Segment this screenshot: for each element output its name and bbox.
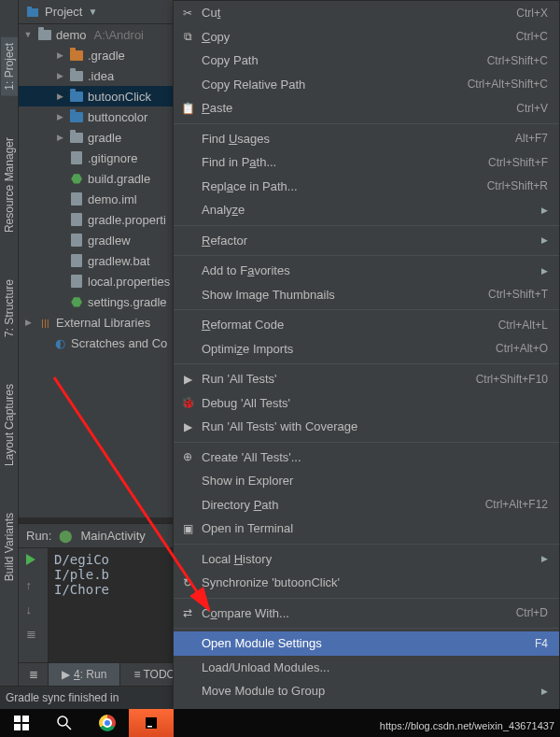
- menu-item[interactable]: Show in Explorer: [174, 469, 559, 493]
- menu-item[interactable]: Load/Unload Modules...: [174, 656, 559, 680]
- menu-item-label: Paste: [202, 101, 516, 115]
- menu-item[interactable]: ▣Open in Terminal: [174, 517, 559, 541]
- tree-item-label: .gradle: [88, 49, 125, 63]
- tree-scratches[interactable]: ◐ Scratches and Co: [19, 333, 173, 353]
- rerun-button[interactable]: [26, 554, 41, 569]
- file-icon: [69, 233, 84, 248]
- left-tab-layout-captures[interactable]: Layout Captures: [1, 378, 18, 472]
- menu-item[interactable]: ↻Synchronize 'butoonClick': [174, 571, 559, 595]
- tree-item-label: butoonClick: [88, 90, 151, 104]
- gradle-icon: ⬣: [69, 294, 84, 309]
- chrome-button[interactable]: [86, 709, 129, 737]
- menu-item[interactable]: ⇄Compare With...Ctrl+D: [174, 602, 559, 626]
- menu-item-label: Debug 'All Tests': [202, 396, 548, 410]
- menu-shortcut: Ctrl+Shift+C: [487, 54, 548, 67]
- menu-item[interactable]: Open Module SettingsF4: [174, 631, 559, 656]
- libraries-icon: ⫼: [37, 315, 52, 330]
- file-icon: [69, 274, 84, 289]
- left-tab-structure[interactable]: 7: Structure: [1, 274, 18, 343]
- tree-row[interactable]: ▶butoonClick: [19, 86, 173, 106]
- left-tab-resource-manager[interactable]: Resource Manager: [1, 132, 18, 238]
- menu-item[interactable]: ▶Run 'All Tests'Ctrl+Shift+F10: [174, 367, 559, 391]
- menu-item[interactable]: ⊕Create 'All Tests'...: [174, 446, 559, 470]
- menu-item-label: Local History: [202, 552, 536, 566]
- menu-item[interactable]: Show Image ThumbnailsCtrl+Shift+T: [174, 283, 559, 307]
- menu-item[interactable]: Refactor▶: [174, 229, 559, 253]
- menu-separator: [174, 225, 559, 226]
- file-icon: [69, 253, 84, 268]
- project-tree[interactable]: ▼ demo A:\Androi ▶.gradle▶.idea▶butoonCl…: [19, 24, 173, 517]
- menu-icon: ▶: [181, 420, 194, 433]
- bottom-tab-menu[interactable]: ≣: [19, 663, 49, 686]
- start-button[interactable]: [0, 709, 43, 737]
- tree-item-label: local.properties: [88, 275, 170, 289]
- tree-item-label: demo.iml: [88, 192, 137, 206]
- menu-item[interactable]: ✂CutCtrl+X: [174, 1, 559, 25]
- tree-row[interactable]: gradlew: [19, 230, 173, 250]
- menu-item-label: Reformat Code: [202, 318, 498, 332]
- svg-rect-2: [14, 716, 21, 722]
- console-output[interactable]: D/egiCo I/ple.b I/Chore: [49, 548, 173, 662]
- tree-row[interactable]: ▶gradle: [19, 127, 173, 148]
- menu-item[interactable]: 🐞Debug 'All Tests': [174, 391, 559, 416]
- left-tab-build-variants[interactable]: Build Variants: [1, 507, 18, 587]
- bottom-tab-run[interactable]: ▶ 4: Run: [49, 663, 120, 686]
- project-dropdown-icon: ▼: [88, 7, 97, 17]
- tree-row[interactable]: ⬣build.gradle: [19, 168, 173, 189]
- menu-item-label: Refactor: [202, 234, 536, 248]
- menu-icon: ⧉: [181, 30, 194, 43]
- tree-row[interactable]: demo.iml: [19, 189, 173, 209]
- menu-item-label: Add to Favorites: [202, 263, 536, 277]
- menu-item-label: Compare With...: [202, 606, 516, 620]
- svg-rect-3: [22, 716, 29, 722]
- submenu-arrow-icon: ▶: [541, 235, 548, 245]
- menu-item[interactable]: Find in Path...Ctrl+Shift+F: [174, 150, 559, 175]
- search-icon: [56, 715, 73, 731]
- menu-item[interactable]: Find UsagesAlt+F7: [174, 127, 559, 151]
- up-button[interactable]: ↑: [26, 578, 41, 593]
- chevron-right-icon: ▶: [54, 50, 65, 60]
- tree-row[interactable]: ▶.gradle: [19, 45, 173, 65]
- menu-item[interactable]: 📋PasteCtrl+V: [174, 96, 559, 120]
- menu-item[interactable]: Add to Favorites▶: [174, 259, 559, 283]
- submenu-arrow-icon: ▶: [541, 266, 548, 276]
- tree-row[interactable]: gradlew.bat: [19, 250, 173, 271]
- context-menu[interactable]: ✂CutCtrl+X⧉CopyCtrl+CCopy PathCtrl+Shift…: [173, 0, 560, 737]
- menu-item[interactable]: Directory PathCtrl+Alt+F12: [174, 493, 559, 517]
- tree-row[interactable]: ⬣settings.gradle: [19, 291, 173, 312]
- search-button[interactable]: [43, 709, 86, 737]
- svg-rect-4: [14, 724, 21, 730]
- left-tab-project[interactable]: 1: Project: [1, 37, 18, 96]
- menu-item[interactable]: ⧉CopyCtrl+C: [174, 25, 559, 50]
- menu-item[interactable]: ▶Run 'All Tests' with Coverage: [174, 415, 559, 439]
- menu-separator: [174, 598, 559, 599]
- tree-row[interactable]: ▶buttoncolor: [19, 106, 173, 127]
- menu-item[interactable]: Move Module to Group▶: [174, 679, 559, 703]
- menu-separator: [174, 544, 559, 545]
- submenu-arrow-icon: ▶: [541, 554, 548, 563]
- chevron-right-icon: ▶: [54, 112, 65, 121]
- menu-item-label: Analyze: [202, 203, 536, 217]
- down-button[interactable]: ↓: [26, 602, 41, 617]
- tree-external-libraries[interactable]: ▶ ⫼ External Libraries: [19, 312, 173, 333]
- tree-row[interactable]: ▶.idea: [19, 65, 173, 86]
- tree-row[interactable]: .gitignore: [19, 148, 173, 168]
- menu-item[interactable]: Optimize ImportsCtrl+Alt+O: [174, 337, 559, 361]
- menu-separator: [174, 442, 559, 443]
- menu-item-label: Open in Terminal: [202, 521, 548, 535]
- menu-item-label: Synchronize 'butoonClick': [202, 575, 548, 589]
- menu-item-label: Create 'All Tests'...: [202, 450, 548, 464]
- menu-item[interactable]: Analyze▶: [174, 198, 559, 222]
- intellij-button[interactable]: [129, 709, 174, 737]
- menu-item[interactable]: Copy Relative PathCtrl+Alt+Shift+C: [174, 73, 559, 97]
- tree-row[interactable]: local.properties: [19, 271, 173, 291]
- menu-item[interactable]: Local History▶: [174, 547, 559, 572]
- menu-item[interactable]: Reformat CodeCtrl+Alt+L: [174, 313, 559, 337]
- menu-item[interactable]: Replace in Path...Ctrl+Shift+R: [174, 175, 559, 199]
- tree-row[interactable]: gradle.properti: [19, 209, 173, 230]
- menu-item-label: Find Usages: [202, 132, 515, 146]
- tree-root[interactable]: ▼ demo A:\Androi: [19, 24, 173, 45]
- menu-item[interactable]: Copy PathCtrl+Shift+C: [174, 49, 559, 73]
- wrap-button[interactable]: ≣: [26, 627, 41, 642]
- menu-item-label: Directory Path: [202, 498, 485, 512]
